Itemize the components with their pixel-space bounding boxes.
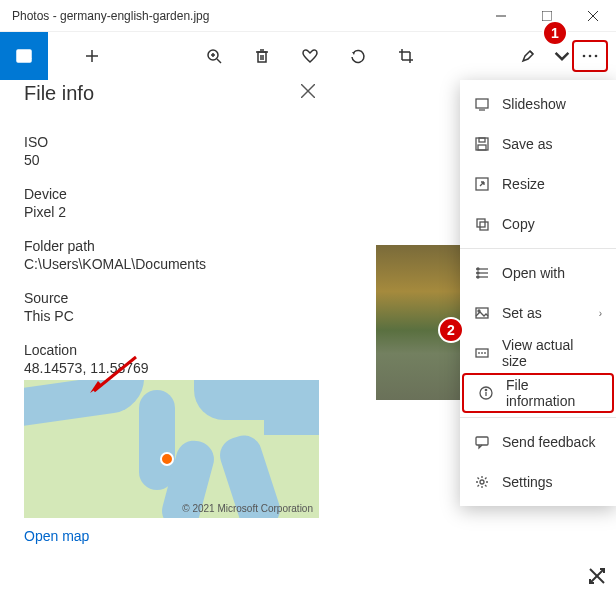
menu-resize[interactable]: Resize [460,164,616,204]
menu-file-information[interactable]: File information [462,373,614,413]
rotate-button[interactable] [334,32,382,80]
menu-copy[interactable]: Copy [460,204,616,244]
actual-size-icon [474,345,490,361]
menu-label: Settings [502,474,553,490]
map-attribution: © 2021 Microsoft Corporation [182,503,313,514]
iso-label: ISO [24,134,319,150]
resize-icon [474,176,490,192]
delete-button[interactable] [238,32,286,80]
window-title: Photos - germany-english-garden.jpg [12,9,478,23]
menu-open-with[interactable]: Open with [460,253,616,293]
svg-rect-1 [542,11,552,21]
menu-slideshow[interactable]: Slideshow [460,84,616,124]
location-label: Location [24,342,319,358]
menu-label: Send feedback [502,434,595,450]
menu-send-feedback[interactable]: Send feedback [460,422,616,462]
annotation-badge-1: 1 [542,20,568,46]
menu-label: Save as [502,136,553,152]
zoom-button[interactable] [190,32,238,80]
svg-point-51 [485,389,486,390]
source-label: Source [24,290,319,306]
open-with-icon [474,265,490,281]
menu-set-as[interactable]: Set as › [460,293,616,333]
toolbar [0,32,616,80]
resize-handle[interactable] [588,567,606,589]
submenu-arrow-icon: › [599,308,602,319]
svg-rect-32 [479,138,485,142]
map-pin-icon [160,452,174,466]
svg-rect-33 [478,145,486,150]
open-map-link[interactable]: Open map [24,528,89,544]
minimize-button[interactable] [478,0,524,32]
svg-line-9 [217,59,221,63]
device-label: Device [24,186,319,202]
folder-value: C:\Users\KOMAL\Documents [24,256,319,272]
svg-point-53 [480,480,484,484]
menu-settings[interactable]: Settings [460,462,616,502]
menu-view-actual-size[interactable]: View actual size [460,333,616,373]
svg-rect-12 [258,52,266,62]
annotation-badge-2: 2 [438,317,464,343]
menu-label: Resize [502,176,545,192]
iso-value: 50 [24,152,319,168]
svg-rect-35 [477,219,485,227]
close-panel-button[interactable] [297,80,319,106]
svg-rect-43 [476,308,488,318]
menu-label: File information [506,377,598,409]
add-button[interactable] [68,32,116,80]
view-mode-button[interactable] [0,32,48,80]
more-button[interactable] [572,40,608,72]
file-info-panel: File info ISO 50 Device Pixel 2 Folder p… [0,80,343,563]
source-value: This PC [24,308,319,324]
location-map[interactable]: © 2021 Microsoft Corporation [24,380,319,518]
feedback-icon [474,434,490,450]
folder-label: Folder path [24,238,319,254]
svg-line-21 [530,51,533,54]
menu-label: Copy [502,216,535,232]
menu-label: Set as [502,305,542,321]
context-menu: Slideshow Save as Resize Copy Open with … [460,80,616,506]
panel-title: File info [24,82,94,105]
settings-icon [474,474,490,490]
close-button[interactable] [570,0,616,32]
save-icon [474,136,490,152]
svg-point-5 [20,53,23,56]
set-as-icon [474,305,490,321]
svg-rect-29 [476,99,488,108]
crop-button[interactable] [382,32,430,80]
svg-rect-36 [480,222,488,230]
favorite-button[interactable] [286,32,334,80]
titlebar: Photos - germany-english-garden.jpg [0,0,616,32]
annotation-arrow [88,355,138,399]
slideshow-icon [474,96,490,112]
device-value: Pixel 2 [24,204,319,220]
menu-label: Open with [502,265,565,281]
svg-rect-52 [476,437,488,445]
menu-save-as[interactable]: Save as [460,124,616,164]
menu-label: View actual size [502,337,602,369]
svg-point-24 [595,55,598,58]
menu-label: Slideshow [502,96,566,112]
svg-point-23 [589,55,592,58]
location-value: 48.14573, 11.58769 [24,360,319,376]
copy-icon [474,216,490,232]
info-icon [478,385,494,401]
svg-point-22 [583,55,586,58]
